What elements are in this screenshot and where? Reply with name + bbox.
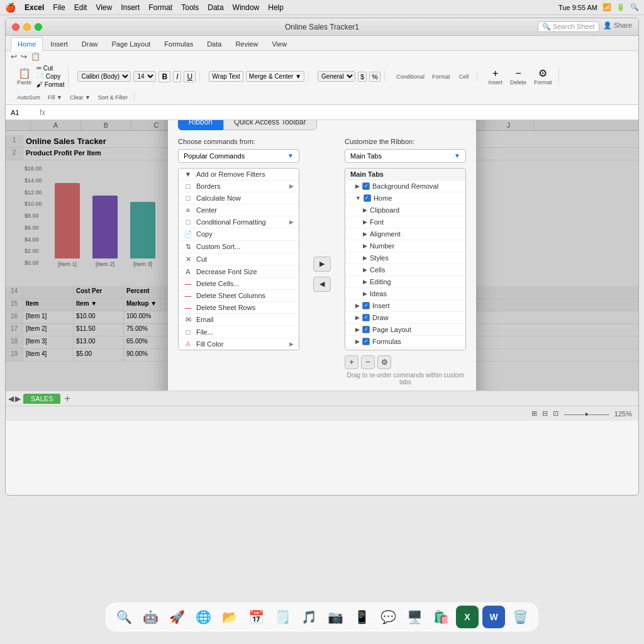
cmd-delete-rows[interactable]: — Delete Sheet Rows: [179, 302, 299, 314]
tab-data[interactable]: Data: [201, 38, 228, 50]
menu-window[interactable]: Window: [233, 3, 260, 12]
dock-siri[interactable]: 🤖: [139, 606, 162, 628]
cmd-calculate-now[interactable]: □ Calculate Now: [179, 192, 299, 204]
tree-check-icon[interactable]: ✓: [362, 182, 370, 190]
cmd-decrease-font[interactable]: A Decrease Font Size: [179, 266, 299, 278]
paste-icon[interactable]: 📋: [31, 52, 40, 61]
underline-btn[interactable]: U: [184, 71, 196, 82]
tree-item-home[interactable]: ▼ ✓ Home: [345, 192, 465, 204]
sort-filter-btn[interactable]: Sort & Filter: [96, 93, 131, 102]
tree-item-styles[interactable]: ▶ Styles: [345, 252, 465, 264]
paste-btn[interactable]: 📋 Paste: [14, 66, 34, 87]
dock-messages[interactable]: 💬: [377, 606, 399, 628]
menu-excel[interactable]: Excel: [25, 3, 44, 12]
copy-btn[interactable]: 📄 Copy: [36, 73, 64, 80]
merge-center-btn[interactable]: Merge & Center ▼: [246, 71, 304, 82]
cut-btn[interactable]: ✂ Cut: [36, 65, 64, 72]
ribbon-tree[interactable]: Main Tabs ▶ ✓ Background Removal ▼ ✓ Hom…: [345, 168, 466, 350]
menu-help[interactable]: Help: [268, 3, 284, 12]
formula-input[interactable]: [49, 109, 633, 116]
customize-ribbon-dropdown[interactable]: Main Tabs ▼: [345, 149, 466, 163]
dock-excel[interactable]: X: [456, 606, 479, 628]
cmd-delete-cells[interactable]: — Delete Cells...: [179, 278, 299, 290]
font-family-select[interactable]: Calibri (Body): [77, 71, 131, 82]
prev-sheet-btn[interactable]: ◀: [8, 394, 14, 403]
remove-from-ribbon-btn[interactable]: ◀: [313, 277, 331, 292]
menu-tools[interactable]: Tools: [181, 3, 199, 12]
font-size-select[interactable]: 14: [133, 71, 156, 82]
tab-view[interactable]: View: [265, 38, 293, 50]
dock-trash[interactable]: 🗑️: [509, 606, 531, 628]
dock-finder[interactable]: 🔍: [113, 606, 135, 628]
dock-facetime[interactable]: 📱: [350, 606, 373, 628]
close-button[interactable]: [12, 23, 19, 31]
delete-cells-btn[interactable]: − Delete: [508, 67, 529, 87]
italic-btn[interactable]: I: [173, 71, 181, 82]
gear-btn[interactable]: ⚙: [377, 355, 391, 369]
tab-draw[interactable]: Draw: [75, 38, 104, 50]
fill-btn[interactable]: Fill ▼: [45, 93, 65, 102]
dock-finder2[interactable]: 📂: [218, 606, 241, 628]
menu-view[interactable]: View: [96, 3, 112, 12]
format-cells-btn[interactable]: ⚙ Format: [531, 66, 555, 87]
cmd-conditional-formatting[interactable]: □ Conditional Formatting ▶: [179, 216, 299, 228]
tree-item-number[interactable]: ▶ Number: [345, 240, 465, 252]
autosum-btn[interactable]: AutoSum: [14, 93, 43, 102]
tree-item-background-removal[interactable]: ▶ ✓ Background Removal: [345, 180, 465, 192]
tree-item-alignment[interactable]: ▶ Alignment: [345, 228, 465, 240]
menu-insert[interactable]: Insert: [121, 3, 140, 12]
tree-check-icon[interactable]: ✓: [364, 194, 371, 202]
tree-item-formulas[interactable]: ▶ ✓ Formulas: [345, 336, 465, 348]
menu-file[interactable]: File: [53, 3, 65, 12]
cmd-email[interactable]: ✉ Email: [179, 314, 299, 326]
view-layout-icon[interactable]: ⊟: [542, 409, 548, 418]
apple-logo-icon[interactable]: 🍎: [5, 3, 16, 13]
menu-edit[interactable]: Edit: [74, 3, 87, 12]
tree-check-icon[interactable]: ✓: [362, 326, 370, 333]
dock-skype[interactable]: 🖥️: [403, 606, 426, 628]
tree-item-cells[interactable]: ▶ Cells: [345, 264, 465, 276]
menu-format[interactable]: Format: [148, 3, 172, 12]
tree-check-icon[interactable]: ✓: [362, 302, 370, 309]
number-format-select[interactable]: General: [318, 71, 355, 82]
dock-word[interactable]: W: [482, 606, 505, 628]
tree-check-icon[interactable]: ✓: [362, 338, 370, 345]
sheet-tab-sales[interactable]: SALES: [23, 394, 60, 404]
cmd-cut[interactable]: ✕ Cut: [179, 253, 299, 266]
tree-item-ideas[interactable]: ▶ Ideas: [345, 288, 465, 300]
tree-item-data[interactable]: ▶ ✓ Data: [345, 348, 465, 350]
insert-cells-btn[interactable]: + Insert: [486, 67, 506, 87]
wrap-text-btn[interactable]: Wrap Text: [209, 71, 243, 82]
add-tab-btn[interactable]: +: [345, 355, 358, 369]
cmd-add-remove-filters[interactable]: ▼ Add or Remove Filters: [179, 169, 299, 180]
tab-home[interactable]: Home: [11, 37, 43, 51]
tab-formulas[interactable]: Formulas: [158, 38, 199, 50]
dock-calendar[interactable]: 📅: [245, 606, 267, 628]
dialog-tab-ribbon[interactable]: Ribbon: [178, 120, 223, 130]
dock-appstore[interactable]: 🛍️: [430, 606, 452, 628]
tab-page-layout[interactable]: Page Layout: [106, 38, 157, 50]
bold-btn[interactable]: B: [158, 71, 170, 82]
currency-btn[interactable]: $: [358, 72, 367, 82]
menu-data[interactable]: Data: [208, 3, 223, 12]
cmd-custom-sort[interactable]: ⇅ Custom Sort...: [179, 241, 299, 253]
minimize-button[interactable]: [23, 23, 31, 31]
tree-check-icon[interactable]: ✓: [362, 314, 370, 321]
search-sheet-input[interactable]: 🔍 Search Sheet: [538, 21, 599, 32]
view-page-icon[interactable]: ⊡: [553, 409, 558, 418]
maximize-button[interactable]: [35, 23, 42, 31]
tree-item-font[interactable]: ▶ Font: [345, 216, 465, 228]
clear-btn[interactable]: Clear ▼: [67, 93, 93, 102]
cmd-delete-columns[interactable]: — Delete Sheet Columns: [179, 290, 299, 302]
dock-itunes[interactable]: 🎵: [297, 606, 320, 628]
cell-reference[interactable]: A1: [11, 109, 36, 116]
tree-item-draw[interactable]: ▶ ✓ Draw: [345, 312, 465, 324]
tab-review[interactable]: Review: [229, 38, 264, 50]
tree-item-editing[interactable]: ▶ Editing: [345, 276, 465, 288]
cmd-borders[interactable]: □ Borders ▶: [179, 180, 299, 192]
share-button[interactable]: 👤 Share: [603, 21, 632, 32]
remove-tab-btn[interactable]: −: [361, 355, 375, 369]
cmd-file[interactable]: □ File...: [179, 326, 299, 338]
dock-launchpad[interactable]: 🚀: [165, 606, 188, 628]
search-icon[interactable]: 🔍: [630, 3, 639, 11]
